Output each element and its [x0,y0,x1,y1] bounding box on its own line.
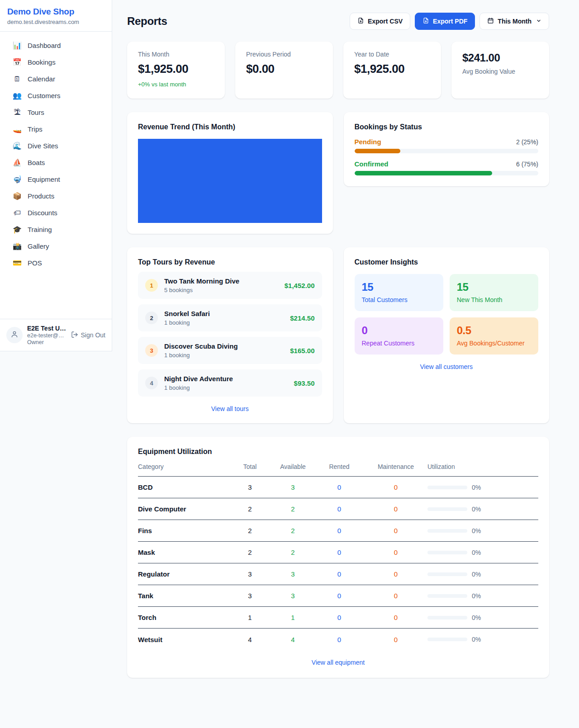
export-csv-button[interactable]: Export CSV [350,13,410,30]
revenue-trend-card: Revenue Trend (This Month) [127,112,333,234]
export-pdf-button[interactable]: Export PDF [415,13,475,30]
stat-value: $241.00 [462,52,538,64]
insight-value: 15 [362,281,436,293]
brand: Demo Dive Shop demo.test.divestreams.com [0,0,112,32]
nav-item[interactable]: 🏝 Tours [5,104,106,121]
cell-utilization: 0% [427,549,538,556]
brand-name: Demo Dive Shop [7,7,104,17]
stat-card-previous-period: Previous Period $0.00 [235,42,333,99]
nav-item-icon: 🤿 [13,176,22,183]
file-download-icon [357,17,364,25]
stat-value: $1,925.00 [354,62,430,76]
rank-badge: 3 [145,344,158,357]
user-email: e2e-tester@… [27,332,66,339]
sign-out-label: Sign Out [81,331,105,339]
nav-item-icon: ⛵ [13,159,22,166]
nav-item[interactable]: 📅 Bookings [5,54,106,71]
status-list: Pending 2 (25%) Confirmed 6 (75%) [355,138,539,175]
nav-item[interactable]: 🌊 Dive Sites [5,137,106,154]
nav-item-icon: 🏝 [13,109,22,116]
stat-delta: +0% vs last month [138,81,214,88]
nav-item-label: Trips [28,125,43,133]
cell-total: 2 [228,505,271,513]
cell-utilization: 0% [427,506,538,513]
tour-bookings: 1 booking [164,319,210,326]
stat-card-avg-booking-value: $241.00 Avg Booking Value [451,42,549,99]
insight-value: 15 [457,281,531,293]
nav-item-label: Customers [28,92,61,99]
cell-total: 3 [228,592,271,600]
nav-item-label: Products [28,192,54,200]
cell-maintenance: 0 [364,505,427,513]
period-dropdown[interactable]: This Month [479,13,549,30]
nav-item[interactable]: 💳 POS [5,255,106,271]
stat-value: $1,925.00 [138,62,214,76]
nav-item[interactable]: 👥 Customers [5,87,106,104]
cell-total: 2 [228,548,271,556]
nav-item[interactable]: 🚤 Trips [5,121,106,137]
status-row: Confirmed 6 (75%) [355,160,539,175]
cell-utilization: 0% [427,484,538,491]
chevron-down-icon [536,18,541,25]
cell-available: 3 [271,570,314,578]
cell-maintenance: 0 [364,592,427,600]
nav-item-icon: 🌊 [13,142,22,150]
col-total: Total [228,463,271,470]
nav-item-icon: 🗓 [13,76,22,83]
nav-item-icon: 🚤 [13,126,22,133]
nav-item-label: Dashboard [28,42,61,49]
nav-item-icon: 📸 [13,243,22,250]
nav-item-icon: 💳 [13,260,22,267]
status-count: 2 (25%) [516,138,538,146]
status-progress-fill [355,171,493,175]
cell-rented: 0 [314,592,364,600]
utilization-percent: 0% [472,549,481,556]
stat-card-year-to-date: Year to Date $1,925.00 [343,42,441,99]
cell-rented: 0 [314,483,364,491]
view-all-tours-link[interactable]: View all tours [138,405,322,412]
cell-total: 3 [228,483,271,491]
cell-utilization: 0% [427,571,538,578]
utilization-track [427,507,467,511]
user-name: E2E Test U… [27,325,66,332]
table-row: BCD 3 3 0 0 0% [138,477,538,498]
view-all-equipment-link[interactable]: View all equipment [138,659,538,666]
cell-available: 1 [271,614,314,621]
nav-item[interactable]: 📊 Dashboard [5,37,106,54]
card-title: Bookings by Status [355,123,539,131]
header-actions: Export CSV Export PDF [350,13,549,30]
nav-item[interactable]: 🤿 Equipment [5,171,106,188]
avatar [6,327,23,343]
table-row: Tank 3 3 0 0 0% [138,585,538,607]
sidebar: Demo Dive Shop demo.test.divestreams.com… [0,0,112,351]
stat-label: Year to Date [354,51,430,58]
nav-item[interactable]: 📦 Products [5,188,106,204]
nav-item[interactable]: ⛵ Boats [5,154,106,171]
table-row: Wetsuit 4 4 0 0 0% [138,629,538,650]
nav-item-icon: 📦 [13,193,22,200]
nav-item[interactable]: 📸 Gallery [5,238,106,255]
cell-total: 4 [228,636,271,643]
cell-total: 1 [228,614,271,621]
page-title: Reports [127,15,167,28]
insight-tile: 15 New This Month [450,274,538,311]
cell-rented: 0 [314,548,364,556]
tour-name: Two Tank Morning Dive [164,277,239,285]
tour-revenue: $214.50 [290,314,314,322]
equipment-utilization-card: Equipment Utilization Category Total Ava… [127,437,549,678]
tour-row: 3 Discover Scuba Diving 1 booking $165.0… [138,337,322,364]
nav-item-label: Dive Sites [28,142,58,150]
user-icon [10,330,19,340]
nav-item-label: Discounts [28,209,57,217]
insight-label: Repeat Customers [362,340,436,347]
utilization-track [427,572,467,576]
sign-out-button[interactable]: Sign Out [71,331,105,340]
insight-value: 0 [362,324,436,337]
tour-row: 2 Snorkel Safari 1 booking $214.50 [138,304,322,331]
export-csv-label: Export CSV [368,18,403,25]
nav-item[interactable]: 🗓 Calendar [5,71,106,87]
view-all-customers-link[interactable]: View all customers [355,363,539,370]
nav-item[interactable]: 🎓 Training [5,221,106,238]
insight-tile: 0 Repeat Customers [355,317,443,355]
nav-item[interactable]: 🏷 Discounts [5,204,106,221]
